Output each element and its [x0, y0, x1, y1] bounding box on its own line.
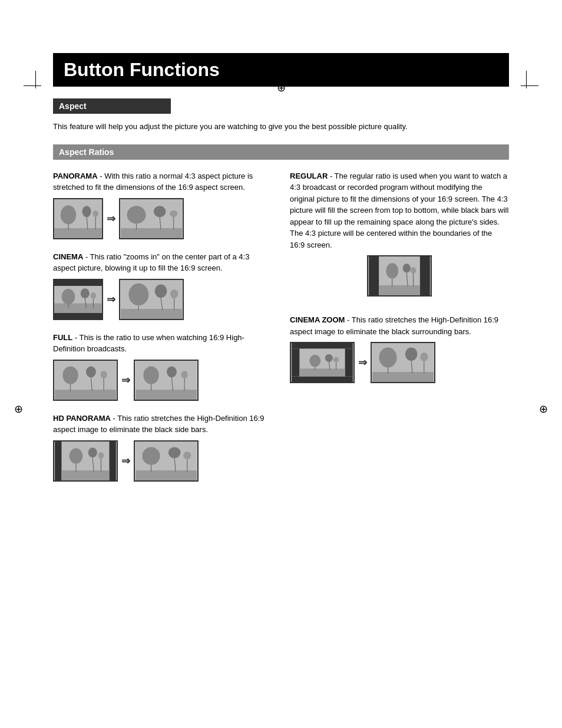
hd-panorama-arrow: ⇒	[121, 454, 130, 467]
cinema-title: CINEMA - This ratio "zooms in" on the ce…	[53, 251, 272, 274]
svg-rect-91	[372, 372, 434, 382]
svg-rect-70	[420, 256, 430, 295]
reg-mark-right: ⊕	[539, 403, 548, 416]
svg-rect-69	[369, 256, 379, 295]
svg-point-28	[128, 283, 148, 305]
hd-panorama-after	[134, 440, 199, 482]
full-before	[53, 360, 118, 401]
svg-point-22	[81, 288, 90, 298]
svg-rect-35	[55, 390, 116, 400]
svg-point-84	[309, 355, 320, 367]
corner-mark-tr-h	[521, 85, 538, 86]
svg-rect-16	[54, 280, 101, 319]
svg-point-94	[405, 348, 418, 361]
svg-point-74	[403, 263, 411, 272]
cinema-zoom-after	[371, 342, 435, 383]
full-desc: - This is the ratio to use when watching…	[53, 333, 244, 354]
svg-rect-79	[292, 343, 353, 348]
panorama-before	[53, 198, 103, 239]
svg-point-6	[92, 210, 98, 216]
cinema-zoom-arrow: ⇒	[358, 356, 367, 369]
svg-point-44	[143, 366, 158, 384]
regular-title: REGULAR - The regular ratio is used when…	[290, 170, 509, 251]
full-images: ⇒	[53, 360, 272, 401]
svg-rect-17	[54, 280, 101, 285]
svg-point-86	[325, 354, 333, 362]
svg-point-56	[88, 447, 97, 457]
svg-rect-53	[61, 470, 109, 480]
svg-point-76	[411, 267, 416, 274]
cinema-zoom-before	[290, 342, 355, 383]
svg-point-96	[420, 353, 428, 361]
svg-rect-18	[54, 313, 101, 318]
svg-point-38	[86, 366, 96, 377]
left-column: PANORAMA - With this ratio a normal 4:3 …	[53, 170, 272, 493]
cinema-images: ⇒	[53, 279, 272, 320]
svg-rect-61	[135, 470, 197, 480]
svg-point-66	[183, 451, 191, 459]
cinema-zoom-title: CINEMA ZOOM - This ratio stretches the H…	[290, 314, 509, 337]
svg-rect-27	[121, 309, 182, 319]
cinema-block: CINEMA - This ratio "zooms in" on the ce…	[53, 251, 272, 320]
svg-point-64	[168, 447, 181, 458]
svg-point-24	[91, 292, 96, 298]
full-label: FULL	[53, 333, 72, 342]
regular-label: REGULAR	[290, 172, 328, 180]
svg-point-20	[62, 289, 75, 304]
svg-point-46	[167, 366, 177, 377]
page-title: Button Functions	[64, 59, 498, 81]
full-arrow: ⇒	[121, 374, 130, 387]
panorama-images: ⇒	[53, 198, 272, 239]
regular-images	[290, 255, 509, 297]
cinema-before	[53, 279, 103, 320]
full-title: FULL - This is the ratio to use when wat…	[53, 332, 272, 355]
cinema-desc: - This ratio "zooms in" on the center pa…	[53, 252, 249, 273]
svg-point-40	[100, 370, 107, 378]
hd-panorama-label: HD PANORAMA	[53, 414, 111, 423]
panorama-label: PANORAMA	[53, 172, 98, 180]
svg-point-48	[181, 370, 187, 378]
reg-mark-top: ⊕	[277, 81, 286, 94]
hd-panorama-block: HD PANORAMA - This ratio stretches the H…	[53, 413, 272, 482]
two-column-layout: PANORAMA - With this ratio a normal 4:3 …	[53, 170, 509, 493]
corner-mark-tl-h	[24, 85, 41, 86]
cinema-after	[119, 279, 184, 320]
svg-point-10	[127, 206, 146, 223]
regular-after	[367, 255, 432, 297]
svg-rect-82	[345, 348, 353, 376]
svg-point-32	[170, 289, 178, 298]
svg-point-54	[70, 448, 83, 463]
svg-rect-1	[54, 228, 101, 238]
svg-rect-9	[121, 228, 182, 238]
hd-panorama-title: HD PANORAMA - This ratio stretches the H…	[53, 413, 272, 436]
svg-point-92	[379, 348, 396, 368]
regular-desc: - The regular ratio is used when you wan…	[290, 172, 508, 249]
svg-rect-52	[110, 442, 116, 480]
right-column: REGULAR - The regular ratio is used when…	[290, 170, 509, 493]
svg-point-62	[142, 447, 160, 465]
cinema-zoom-label: CINEMA ZOOM	[290, 315, 345, 324]
panorama-block: PANORAMA - With this ratio a normal 4:3 …	[53, 170, 272, 239]
svg-rect-43	[135, 390, 197, 400]
page: ⊕ ⊕ ⊕ ⊕ Button Functions Aspect This fea…	[0, 53, 562, 728]
svg-point-72	[386, 263, 398, 278]
cinema-zoom-block: CINEMA ZOOM - This ratio stretches the H…	[290, 314, 509, 383]
svg-point-2	[61, 205, 76, 224]
svg-rect-51	[55, 442, 61, 480]
svg-rect-71	[379, 285, 420, 295]
svg-rect-81	[292, 348, 299, 376]
svg-rect-80	[292, 377, 353, 382]
svg-point-88	[333, 357, 339, 363]
full-block: FULL - This is the ratio to use when wat…	[53, 332, 272, 401]
svg-point-30	[155, 284, 167, 298]
svg-point-14	[170, 210, 177, 216]
hd-panorama-before	[53, 440, 118, 482]
panorama-after	[119, 198, 184, 239]
hd-panorama-images: ⇒	[53, 440, 272, 482]
cinema-label: CINEMA	[53, 252, 83, 261]
aspect-heading: Aspect	[53, 98, 171, 114]
svg-rect-83	[299, 368, 345, 376]
panorama-arrow: ⇒	[107, 212, 115, 225]
cinema-zoom-images: ⇒	[290, 342, 509, 383]
svg-rect-19	[54, 303, 101, 313]
